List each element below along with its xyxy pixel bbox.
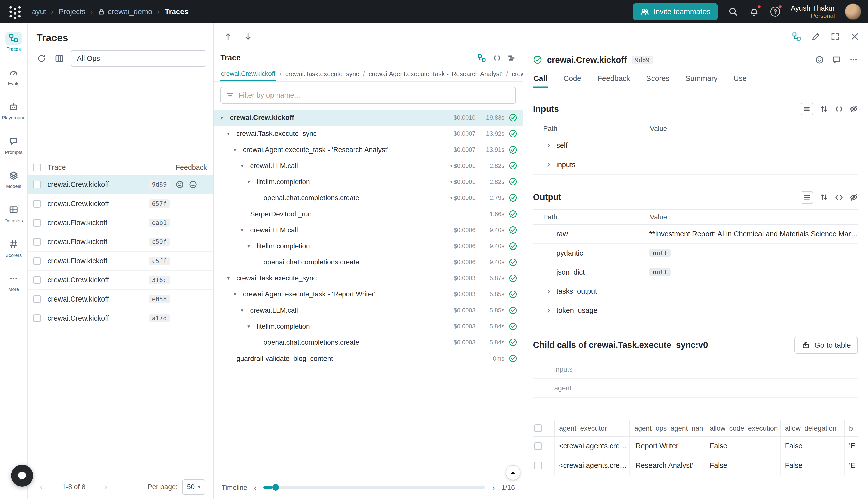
refresh-button[interactable] [35, 52, 48, 64]
table-row[interactable]: crewai.Flow.kickoff eab1 [28, 213, 213, 232]
trace-tree-node[interactable]: ▾ crewai.LLM.call $0.0006 9.40s [214, 222, 523, 238]
caret-down-icon[interactable]: ▾ [234, 147, 243, 153]
tab-summary[interactable]: Summary [685, 70, 718, 88]
timeline-prev-button[interactable]: ‹ [254, 483, 257, 492]
caret-down-icon[interactable]: ▾ [247, 324, 257, 329]
op-filter-input[interactable] [239, 91, 510, 99]
next-call-button[interactable] [244, 32, 252, 41]
breadcrumb-entity[interactable]: ayut [32, 7, 46, 16]
output-row[interactable]: json_dict null [533, 263, 858, 282]
chevron-right-icon[interactable] [543, 142, 554, 149]
row-checkbox[interactable] [33, 314, 41, 322]
timeline-handle[interactable] [272, 484, 279, 490]
tab-code[interactable]: Code [563, 70, 582, 88]
trace-tree-node[interactable]: ▾ crewai.LLM.call $0.0003 5.85s [214, 302, 523, 318]
code-view-button[interactable] [835, 105, 843, 113]
tab-call[interactable]: Call [533, 70, 548, 88]
tab-use[interactable]: Use [733, 70, 747, 88]
trace-path-item[interactable]: crewai.Agent.execute_task - 'Research An… [369, 70, 502, 78]
trace-link[interactable]: crewai.Crew.kickoff [48, 314, 149, 322]
expand-values-button[interactable] [820, 105, 828, 113]
collapse-panel-button[interactable] [506, 465, 521, 480]
tree-view-button[interactable] [478, 54, 486, 62]
table-row[interactable]: crewai.Crew.kickoff 316c [28, 271, 213, 290]
timeline-next-button[interactable]: › [492, 483, 495, 492]
trace-link[interactable]: crewai.Flow.kickoff [48, 238, 149, 246]
table-row[interactable]: crewai.Crew.kickoff a17d [28, 309, 213, 328]
input-row[interactable]: self [533, 136, 858, 155]
trace-tree-node[interactable]: ▾ litellm.completion $0.0006 9.40s [214, 238, 523, 254]
tab-feedback[interactable]: Feedback [597, 70, 631, 88]
notifications-button[interactable] [749, 6, 760, 17]
column-header[interactable]: allow_code_execution [705, 421, 780, 436]
more-menu-button[interactable] [849, 55, 858, 64]
table-row[interactable]: crewai.Crew.kickoff e058 [28, 290, 213, 309]
sidebar-item-scorers[interactable]: Scorers [0, 235, 27, 261]
caret-down-icon[interactable]: ▾ [227, 131, 236, 137]
trace-tree-node[interactable]: ▾ crewai.Agent.execute_task - 'Report Wr… [214, 286, 523, 302]
caret-down-icon[interactable]: ▾ [227, 275, 236, 281]
breadcrumb-traces[interactable]: Traces [165, 7, 188, 16]
trace-tree-node[interactable]: openai.chat.completions.create <$0.0001 … [214, 190, 523, 206]
chat-widget-button[interactable] [11, 465, 33, 487]
search-button[interactable] [728, 6, 739, 17]
row-checkbox[interactable] [33, 295, 41, 303]
format-list-button[interactable] [801, 191, 813, 204]
sidebar-item-models[interactable]: Models [0, 166, 27, 192]
output-row[interactable]: raw **Investment Report: AI in Chemical … [533, 225, 858, 244]
caret-down-icon[interactable]: ▾ [220, 114, 230, 121]
expand-values-button[interactable] [820, 193, 828, 202]
caret-down-icon[interactable]: ▾ [234, 291, 243, 297]
code-view-button[interactable] [835, 193, 843, 202]
trace-tree-node[interactable]: guardrail-validate_blog_content 0ms [214, 351, 523, 367]
sidebar-item-playground[interactable]: Playground [0, 97, 27, 124]
table-row[interactable]: crewai.Crew.kickoff 9d89 [28, 175, 213, 194]
output-row[interactable]: tasks_output [533, 282, 858, 301]
wandb-logo[interactable] [7, 3, 23, 20]
row-checkbox[interactable] [33, 200, 41, 208]
edit-button[interactable] [811, 32, 820, 41]
trace-tree-node[interactable]: ▾ crewai.Agent.execute_task - 'Research … [214, 142, 523, 158]
trace-link[interactable]: crewai.Crew.kickoff [48, 180, 149, 189]
help-button[interactable]: ? [770, 6, 781, 17]
caret-down-icon[interactable]: ▾ [247, 243, 257, 249]
prev-call-button[interactable] [224, 32, 232, 41]
add-reaction-button[interactable] [815, 55, 824, 64]
add-comment-button[interactable] [832, 55, 841, 64]
row-checkbox[interactable] [33, 181, 41, 188]
hide-values-button[interactable] [850, 193, 858, 202]
column-header[interactable]: agent_ops_agent_nan [629, 421, 705, 436]
sidebar-item-datasets[interactable]: Datasets [0, 200, 27, 227]
chevron-right-icon[interactable] [543, 307, 554, 314]
column-header[interactable]: allow_delegation [780, 421, 844, 436]
breadcrumb-project[interactable]: crewai_demo [98, 7, 152, 16]
caret-down-icon[interactable]: ▾ [241, 307, 250, 313]
trace-link[interactable]: crewai.Crew.kickoff [48, 295, 149, 303]
trace-path-item[interactable]: crewai.Crew.kickoff [220, 66, 276, 81]
row-checkbox[interactable] [33, 276, 41, 284]
code-view-button[interactable] [493, 54, 501, 62]
trace-link[interactable]: crewai.Crew.kickoff [48, 276, 149, 284]
trace-tree-node[interactable]: ▾ litellm.completion $0.0003 5.84s [214, 318, 523, 334]
sidebar-item-evals[interactable]: Evals [0, 63, 27, 89]
avatar[interactable] [845, 3, 861, 20]
sidebar-item-traces[interactable]: Traces [0, 29, 27, 55]
caret-down-icon[interactable]: ▾ [247, 179, 257, 185]
caret-down-icon[interactable]: ▾ [241, 163, 250, 169]
row-checkbox[interactable] [534, 462, 542, 469]
table-row[interactable]: crewai.Crew.kickoff 657f [28, 194, 213, 213]
timeline-slider[interactable] [263, 486, 485, 489]
column-header[interactable]: agent_executor [554, 421, 629, 436]
go-to-table-button[interactable]: Go to table [794, 337, 858, 354]
toggle-tree-button[interactable] [792, 32, 801, 41]
select-all-checkbox[interactable] [534, 424, 542, 432]
column-header[interactable]: b [844, 421, 858, 436]
format-list-button[interactable] [801, 102, 813, 115]
breadcrumb-projects[interactable]: Projects [59, 7, 85, 16]
row-checkbox[interactable] [33, 257, 41, 265]
trace-link[interactable]: crewai.Flow.kickoff [48, 219, 149, 227]
trace-path-item[interactable]: crewai.Task.execute_sync [285, 70, 359, 78]
input-row[interactable]: inputs [533, 155, 858, 174]
trace-path-item[interactable]: crewai.LLM.cal [512, 70, 523, 78]
caret-down-icon[interactable]: ▾ [241, 227, 250, 233]
